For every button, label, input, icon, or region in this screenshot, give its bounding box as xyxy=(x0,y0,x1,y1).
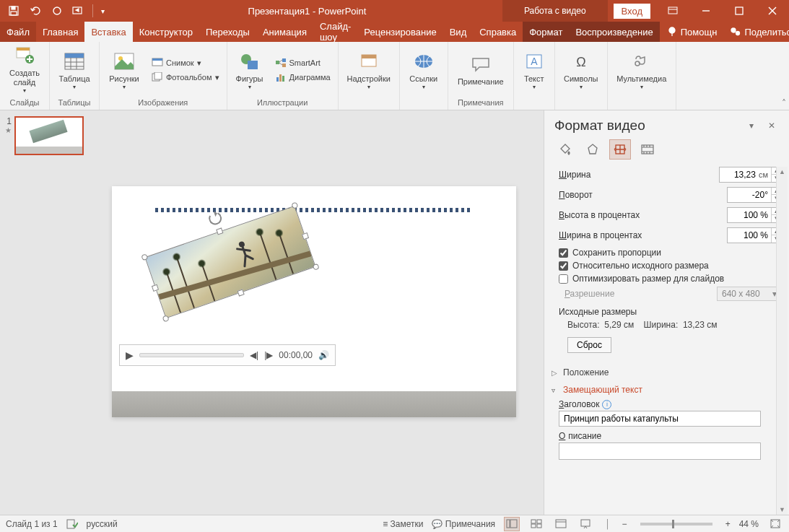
svg-rect-14 xyxy=(17,48,30,51)
redo-icon[interactable] xyxy=(48,1,66,20)
symbols-button[interactable]: ΩСимволы▾ xyxy=(559,45,603,95)
new-slide-button[interactable]: Создать слайд▾ xyxy=(4,45,45,95)
play-icon[interactable]: ▶ xyxy=(126,349,134,361)
photo-album-button[interactable]: Фотоальбом ▾ xyxy=(149,71,222,84)
resize-handle-r[interactable] xyxy=(302,232,309,240)
tab-help[interactable]: Справка xyxy=(473,22,523,42)
qat-customize-icon[interactable]: ▾ xyxy=(97,1,108,20)
slide-editor[interactable]: ▶ ◀| |▶ 00:00,00 🔊 xyxy=(94,110,544,515)
pane-close-icon[interactable]: ✕ xyxy=(764,118,779,133)
pictures-button[interactable]: Рисунки▾ xyxy=(104,45,144,95)
zoom-out-icon[interactable]: − xyxy=(622,519,627,529)
alt-text-section-header[interactable]: ▿Замещающий текст xyxy=(552,385,782,395)
best-scale-checkbox[interactable] xyxy=(559,274,568,284)
tab-insert[interactable]: Вставка xyxy=(84,22,132,42)
svg-rect-50 xyxy=(556,520,566,528)
content-placeholder-strip[interactable] xyxy=(112,391,516,417)
position-section-header[interactable]: ▷Положение xyxy=(552,367,782,378)
alt-title-label: Заголовокi xyxy=(559,399,782,409)
relative-original-checkbox[interactable] xyxy=(559,261,568,271)
tab-playback[interactable]: Воспроизведение xyxy=(569,22,659,42)
height-pct-label: Высота в процентах xyxy=(559,210,727,220)
share-button[interactable]: Поделиться xyxy=(723,22,789,42)
maximize-icon[interactable] xyxy=(723,0,756,22)
table-button[interactable]: Таблица▾ xyxy=(54,45,95,95)
svg-point-11 xyxy=(731,28,736,32)
fit-to-window-icon[interactable] xyxy=(767,517,783,531)
ribbon-display-options-icon[interactable] xyxy=(656,0,689,22)
svg-text:Ω: Ω xyxy=(576,55,585,69)
tab-home[interactable]: Главная xyxy=(36,22,84,42)
pane-options-icon[interactable]: ▾ xyxy=(744,118,759,133)
fill-tab-icon[interactable] xyxy=(554,139,576,160)
lock-aspect-checkbox[interactable] xyxy=(559,248,568,258)
screenshot-button[interactable]: Снимок ▾ xyxy=(149,56,222,69)
tell-me-button[interactable]: Помощн xyxy=(660,22,724,42)
sign-in-button[interactable]: Вход xyxy=(614,4,650,19)
links-button[interactable]: Ссылки▾ xyxy=(404,45,443,95)
sorter-view-icon[interactable] xyxy=(528,517,544,531)
language-indicator[interactable]: русский xyxy=(87,519,118,529)
volume-icon[interactable]: 🔊 xyxy=(318,350,329,360)
normal-view-icon[interactable] xyxy=(504,517,520,531)
chart-button[interactable]: Диаграмма xyxy=(272,71,334,84)
size-tab-icon[interactable] xyxy=(609,139,631,160)
resize-handle-br[interactable] xyxy=(313,263,320,271)
shapes-button[interactable]: Фигуры▾ xyxy=(232,45,268,95)
undo-icon[interactable] xyxy=(26,1,45,20)
start-from-beginning-icon[interactable] xyxy=(69,1,88,20)
svg-rect-33 xyxy=(362,55,376,58)
step-fwd-icon[interactable]: |▶ xyxy=(264,350,273,360)
svg-rect-45 xyxy=(510,520,517,528)
tab-transitions[interactable]: Переходы xyxy=(199,22,256,42)
info-icon[interactable]: i xyxy=(602,400,611,409)
alt-description-input[interactable] xyxy=(559,442,761,460)
spellcheck-icon[interactable] xyxy=(66,519,78,529)
video-object[interactable] xyxy=(144,206,315,319)
comments-button[interactable]: 💬 Примечания xyxy=(432,519,495,529)
collapse-ribbon-icon[interactable]: ˄ xyxy=(782,98,786,108)
title-placeholder[interactable] xyxy=(155,208,473,212)
alt-title-input[interactable] xyxy=(559,411,761,427)
tab-slideshow[interactable]: Слайд-шоу xyxy=(313,22,357,42)
width-pct-spinner[interactable]: ▲▼ xyxy=(727,227,782,243)
format-video-pane: Формат видео ▾ ✕ Ширина см▲▼ Поворот ▲▼ … xyxy=(544,110,789,515)
slide-canvas[interactable]: ▶ ◀| |▶ 00:00,00 🔊 xyxy=(112,186,516,417)
slideshow-view-icon[interactable] xyxy=(577,517,593,531)
rotation-handle[interactable] xyxy=(207,210,224,227)
comment-button[interactable]: Примечание xyxy=(453,45,509,95)
zoom-level[interactable]: 44 % xyxy=(739,519,759,529)
zoom-in-icon[interactable]: + xyxy=(725,519,731,529)
group-images-label: Изображения xyxy=(100,98,227,110)
text-button[interactable]: AТекст▾ xyxy=(518,45,550,95)
svg-point-10 xyxy=(669,27,675,33)
smartart-button[interactable]: SmartArt xyxy=(272,56,334,69)
save-icon[interactable] xyxy=(4,1,23,20)
step-back-icon[interactable]: ◀| xyxy=(250,350,258,360)
tab-animations[interactable]: Анимация xyxy=(256,22,313,42)
tab-view[interactable]: Вид xyxy=(443,22,474,42)
close-icon[interactable] xyxy=(756,0,789,22)
tab-review[interactable]: Рецензирование xyxy=(357,22,443,42)
rotation-spinner[interactable]: ▲▼ xyxy=(727,187,782,203)
tab-file[interactable]: Файл xyxy=(0,22,36,42)
slide-indicator[interactable]: Слайд 1 из 1 xyxy=(6,519,58,529)
svg-rect-49 xyxy=(537,524,541,528)
reset-button[interactable]: Сброс xyxy=(567,337,611,353)
addins-button[interactable]: Надстройки▾ xyxy=(343,45,395,95)
notes-button[interactable]: ≡ Заметки xyxy=(383,519,423,529)
width-spinner[interactable]: см▲▼ xyxy=(719,167,782,183)
zoom-slider[interactable] xyxy=(640,523,712,526)
minimize-icon[interactable] xyxy=(689,0,723,22)
height-pct-spinner[interactable]: ▲▼ xyxy=(727,207,782,223)
effects-tab-icon[interactable] xyxy=(582,139,603,160)
pane-scrollbar[interactable]: ▲▼ xyxy=(776,167,788,515)
video-progress-track[interactable] xyxy=(139,353,244,357)
tab-format[interactable]: Формат xyxy=(523,22,569,42)
slide-thumbnail-1[interactable] xyxy=(14,116,84,155)
media-button[interactable]: Мультимедиа▾ xyxy=(612,45,671,95)
video-tab-icon[interactable] xyxy=(637,139,658,160)
pane-title: Формат видео xyxy=(554,118,738,134)
reading-view-icon[interactable] xyxy=(553,517,569,531)
tab-design[interactable]: Конструктор xyxy=(133,22,199,42)
